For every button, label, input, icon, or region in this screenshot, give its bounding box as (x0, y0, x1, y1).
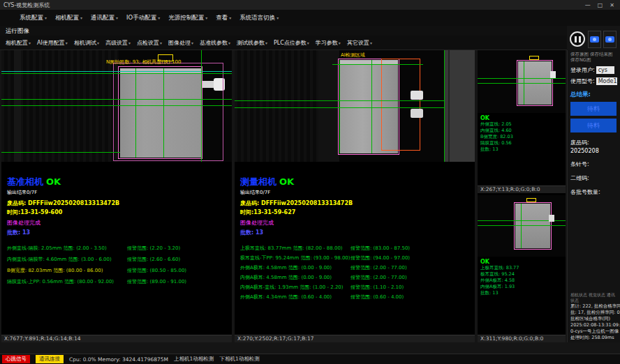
measure-line-vertical (444, 50, 445, 162)
login-user-value: cys (596, 66, 614, 74)
result-ok-status: OK (279, 176, 294, 187)
pause-button[interactable] (570, 31, 585, 47)
model-select[interactable]: Mode11 (596, 77, 617, 85)
preview1-image[interactable] (478, 50, 566, 113)
camera-panel-measure: AI检测区域 测量相机OK 输出结果0/7F 废品码: DFFFiiw20250… (235, 50, 475, 342)
status-row: 相机状态 视觉状态 通讯状态 (570, 292, 618, 303)
result-process-status: 图像处理完成 (240, 219, 469, 227)
result-subtitle: 输出结果0/7F (7, 189, 226, 196)
camera-icon (590, 36, 599, 43)
tab-row: 运行图像 (0, 26, 567, 36)
baseline-result-block: 基准相机OK 输出结果0/7F 废品码: DFFFiiw202502081331… (1, 162, 232, 335)
scrap-code-label: 废品码: (570, 139, 617, 146)
preview2-image[interactable] (478, 195, 566, 257)
machine-column-line (448, 50, 450, 162)
menu-view[interactable]: 查看 (216, 14, 231, 22)
camera-1-button[interactable] (588, 31, 601, 48)
bright-feature (549, 215, 554, 222)
menu-bar: 系统配置 相机配置 通讯配置 IO手动配置 光源控制配置 查看 系统语言切换 (0, 10, 620, 26)
measurement-list: 外侧直线-隔膜: 2.05mm 范围: (2.00 - 3.50) 报警范围: … (7, 243, 226, 288)
roi-rect-pink (514, 202, 552, 250)
top-camera-status: 上相机1动相检测 (174, 356, 214, 363)
measurement-row: 内侧直线-隔膜带: 4.60mm 范围: (3.00 - 6.00) 报警范围:… (7, 255, 226, 266)
coordinate-readout: X:7677;Y:891;R:14;G:14;B:14 (1, 335, 232, 342)
camera-panel-baseline: N面拍照数: 93; 相机高度(设):100 基准相机OK 输出结果0/7F 废… (1, 50, 232, 342)
measure-line-vertical (521, 204, 522, 248)
result-batch: 批数: 13 (240, 229, 469, 236)
tool-learning-params[interactable]: 学习参数 (316, 39, 341, 47)
qr-code-label: 二维码: (570, 174, 617, 182)
baseline-camera-image[interactable]: N面拍照数: 93; 相机高度(设):100 (1, 50, 232, 162)
measure-line-vertical (371, 60, 372, 153)
comm-badge: 通讯连接 (36, 355, 64, 363)
bar-number-label: 条针号: (570, 160, 617, 168)
result-box-2: 待料 (570, 119, 617, 132)
measure-camera-image[interactable]: AI检测区域 (235, 50, 475, 162)
tool-plc-point-params[interactable]: PLC点位参数 (274, 39, 309, 47)
measure-line-vertical (163, 68, 164, 158)
info-sidebar: 保存原图 保存结果图 保存NG图 登录用户: cys 使用型号: Mode11 … (567, 50, 620, 342)
qr-code-field: 二维码: (570, 174, 617, 182)
measure-line (1, 152, 120, 153)
tool-baseline-params[interactable]: 基准线参数 (200, 39, 230, 47)
tab-run-image[interactable]: 运行图像 (6, 27, 29, 36)
tool-spot-check[interactable]: 点检设置 (137, 39, 162, 47)
batch-count-field: 各批号数量: (570, 188, 617, 196)
result-title: 测量相机OK (240, 176, 469, 188)
measurement-row: 外侧直线-隔膜: 2.05mm 范围: (2.00 - 3.50) 报警范围: … (7, 243, 226, 255)
model-label: 使用型号: (570, 77, 595, 85)
batch-count-label: 各批号数量: (570, 188, 617, 196)
scrap-code-field: 废品码: 20250208 (570, 139, 617, 154)
menu-camera-config[interactable]: 相机配置 (55, 14, 82, 22)
tool-other-settings[interactable]: 其它设置 (347, 39, 372, 47)
minimize-icon[interactable]: — (585, 2, 591, 8)
measure-line (332, 64, 423, 65)
measure-line (1, 71, 232, 72)
menu-language-switch[interactable]: 系统语言切换 (239, 14, 279, 22)
result-time: 时间:13-31-59-600 (7, 208, 226, 216)
bright-feature (550, 71, 556, 78)
login-user-row: 登录用户: cys (570, 66, 617, 74)
image-texture (318, 50, 339, 162)
pause-icon (575, 36, 577, 43)
image-overlay-text: AI检测区域 (341, 52, 365, 59)
result-box-1: 待料 (570, 102, 617, 116)
bright-feature (411, 109, 423, 118)
close-icon[interactable]: ✕ (610, 2, 614, 8)
camera-icon (605, 36, 614, 43)
tool-camera-debug[interactable]: 相机调试 (74, 39, 99, 47)
total-result-label: 总结果: (570, 91, 617, 99)
camera-2-button[interactable] (603, 31, 617, 48)
measurement-row: 隔膜直线-上PP: 0.56mm 范围: (80.00 - 92.00) 报警范… (7, 277, 226, 288)
tool-testline-params[interactable]: 测试线参数 (237, 39, 267, 47)
menu-light-control-config[interactable]: 光源控制配置 (168, 14, 207, 22)
menu-io-manual-config[interactable]: IO手动配置 (126, 14, 160, 22)
tool-camera-config[interactable]: 相机配置 (6, 39, 31, 47)
bright-feature (411, 91, 423, 100)
model-row: 使用型号: Mode11 (570, 77, 617, 85)
coordinate-readout: X:311;Y:980;R:0;G:0;B:0 (478, 335, 566, 342)
measure-result-block: 测量相机OK 输出结果0/7F 废品码: DFFFiiw202502081331… (235, 162, 475, 335)
coordinate-readout: X:267;Y:13;R:0;G:0;B:0 (478, 185, 566, 193)
image-texture (235, 50, 318, 162)
preview-column: OK 外侧直线: 2.05 内侧直线: 4.60 B侧宽度: 82.03 隔膜直… (478, 50, 566, 342)
preview2-text: OK 上极耳直线: 83.77 极耳直线: 95.24 外侧A极耳: 4.58 … (478, 257, 566, 335)
measure-line-vertical (524, 61, 524, 105)
maximize-icon[interactable]: □ (598, 2, 603, 8)
status-bar: 心跳信号 通讯连接 Cpu: 0.0% Memory: 3424.4179687… (0, 354, 620, 364)
heartbeat-badge: 心跳信号 (2, 355, 30, 363)
result-subtitle: 输出结果0/7F (240, 189, 469, 196)
bar-number-field: 条针号: (570, 160, 617, 168)
coordinate-readout: X:270;Y:2502;R:17;G:17;B:17 (235, 335, 475, 342)
result-process-status: 图像处理完成 (7, 219, 226, 227)
menu-system-config[interactable]: 系统配置 (20, 14, 47, 22)
tool-ai-use-config[interactable]: AI使用配置 (37, 39, 68, 47)
measurement-row: 外侧A极耳: 4.34mm 范围: (0.60 - 4.00) 报警范围: (0… (240, 292, 469, 302)
tool-advanced-settings[interactable]: 高级设置 (105, 39, 131, 47)
preview1-text: OK 外侧直线: 2.05 内侧直线: 4.60 B侧宽度: 82.03 隔膜直… (478, 113, 566, 185)
menu-comm-config[interactable]: 通讯配置 (91, 14, 118, 22)
result-time: 时间:13-31-59-627 (240, 208, 469, 216)
tool-image-processing[interactable]: 图像处理 (168, 39, 193, 47)
measure-line (478, 78, 566, 79)
save-options[interactable]: 保存原图 保存结果图 保存NG图 (570, 52, 617, 63)
